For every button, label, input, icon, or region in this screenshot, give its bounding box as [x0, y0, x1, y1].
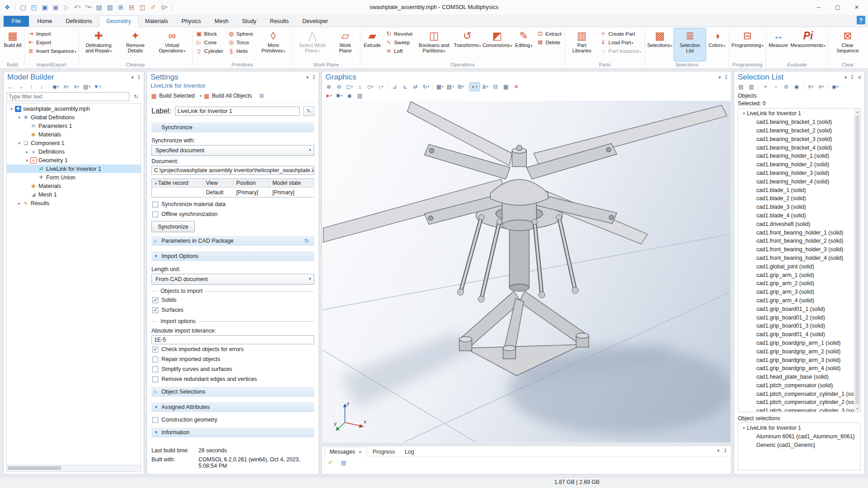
save-as-icon[interactable]: ▣ [51, 2, 61, 12]
pin-icon[interactable]: ↧ [723, 448, 727, 454]
remove-redundant-checkbox[interactable]: Remove redundant edges and vertices [152, 376, 313, 382]
selection-list-button[interactable]: ≣Selection List [674, 28, 705, 61]
editing-button[interactable]: ✎Editing▾ [513, 28, 534, 61]
list-item[interactable]: cad1.bearing_holder_1 (solid) [738, 152, 860, 160]
comsol-logo[interactable]: ❖ [2, 2, 12, 12]
expander-icon[interactable]: ▾ [741, 426, 747, 430]
list-item[interactable]: cad1.grip_board01_2 (solid) [738, 313, 860, 322]
more-primitives-button[interactable]: ◊More Primitives▾ [256, 28, 291, 61]
pencil-icon[interactable]: ✐ [326, 459, 335, 467]
refresh-parameters-icon[interactable]: ↻ [302, 237, 311, 245]
torus-button[interactable]: ◎Torus [226, 38, 255, 46]
3d-viewport[interactable]: z x y [322, 101, 731, 442]
list-item[interactable]: cad1.front_bearing_holder_1 (solid) [738, 228, 860, 237]
check-errors-checkbox[interactable]: ✓Check imported objects for errors [152, 346, 313, 352]
list-item[interactable]: cad1.driveshaft (solid) [738, 220, 860, 228]
list-item[interactable]: cad1.head_plate_base (solid) [738, 373, 860, 381]
length-unit-select[interactable]: From CAD document [151, 274, 314, 285]
list-item[interactable]: cad1.grip_boardgrip_arm_2 (solid) [738, 347, 860, 356]
redo-icon[interactable]: ↷▾ [83, 2, 93, 12]
add-icon[interactable]: + [760, 83, 770, 91]
booleans-and-partitions-button[interactable]: ◫Booleans and Partitions▾ [415, 28, 453, 61]
list-item[interactable]: cad1.blade_4 (solid) [738, 211, 860, 220]
collapse-icon[interactable]: ▼ [154, 405, 161, 409]
copy-icon[interactable]: ▤ [94, 2, 104, 12]
export-button[interactable]: ⇤Export [26, 38, 78, 46]
construction-geometry-checkbox[interactable]: Construction geometry [152, 417, 313, 423]
section-information[interactable]: ▼ Information [151, 427, 314, 437]
insert-sequence-button[interactable]: ≣Insert Sequence▾ [26, 47, 78, 55]
conversions-button[interactable]: ◩Conversions▾ [482, 28, 512, 61]
zoom-extents-icon[interactable]: ⌂ [355, 83, 365, 91]
select-mode-icon[interactable]: ➤▾ [324, 92, 334, 100]
tab-home[interactable]: Home [30, 16, 59, 27]
expander-icon[interactable]: ▾ [741, 111, 747, 116]
list-item[interactable]: cad1.bearing_holder_4 (solid) [738, 177, 860, 186]
tab-definitions[interactable]: Definitions [59, 16, 99, 27]
collapse-icon[interactable]: ▷ [154, 239, 161, 243]
measure-button[interactable]: ↔Measure [768, 28, 789, 61]
clean-icon[interactable]: ✐ [148, 2, 158, 12]
build-all-button[interactable]: ▦Build All [2, 28, 23, 61]
tab-developer[interactable]: Developer [296, 16, 335, 27]
tab-physics[interactable]: Physics [175, 16, 208, 27]
show-icon[interactable]: ◉▾ [51, 83, 61, 91]
dropdown-arrow-icon[interactable]: ▾ [717, 448, 720, 454]
delete-icon[interactable]: ⊟ [127, 2, 137, 12]
block-button[interactable]: ▣Block [194, 30, 225, 38]
image-snapshot-icon[interactable]: ▦▾ [435, 83, 445, 91]
expander-icon[interactable]: ▾ [16, 141, 22, 145]
list-item[interactable]: cad1.bearing_bracket_1 (solid) [738, 118, 860, 127]
duplicate-icon[interactable]: ⊞ [116, 2, 126, 12]
part-libraries-button[interactable]: ▥Part Libraries [566, 28, 597, 61]
extract-button[interactable]: ⊡Extract [535, 30, 563, 38]
list-item[interactable]: Generic {cad1_Generic} [738, 441, 860, 450]
part-instance-button[interactable]: ⇘Part Instance▾ [598, 47, 643, 55]
go-to-default-view-icon[interactable]: ◇▾ [365, 83, 375, 91]
rotate-view-icon[interactable]: ↻▾ [421, 83, 431, 91]
selection-root-item[interactable]: ▾LiveLink for Inventor 1 [738, 109, 860, 118]
minimize-icon[interactable]: ─ [809, 1, 828, 14]
list-item[interactable]: cad1.front_bearing_holder_4 (solid) [738, 254, 860, 263]
tree-item-definitions[interactable]: ▸≡Definitions [7, 147, 141, 156]
flip-view-icon[interactable]: ⇄ [410, 83, 420, 91]
tree-item-global-definitions[interactable]: ▾⊕Global Definitions [7, 113, 141, 122]
label-field[interactable]: LiveLink for Inventor 1 [175, 107, 300, 116]
copy-icon[interactable]: ▤ [736, 83, 746, 91]
section-import-options[interactable]: ▼ Import Options [151, 251, 314, 261]
selections-button[interactable]: ▩Selections▾ [646, 28, 674, 61]
list-item[interactable]: cad1.bearing_holder_2 (solid) [738, 160, 860, 169]
expander-icon[interactable]: ▾ [9, 107, 14, 111]
pin-icon[interactable]: ↧ [137, 75, 141, 80]
rename-icon[interactable]: ✎ [303, 106, 314, 116]
select-work-plane-button[interactable]: ⋀Select Work Plane▾ [294, 28, 331, 61]
list-item[interactable]: cad1.grip_boardgrip_arm_4 (solid) [738, 364, 860, 373]
sweep-button[interactable]: ∿Sweep [383, 38, 415, 46]
tree-item-geometry-1[interactable]: ▾AGeometry 1 [7, 156, 141, 164]
colors-button[interactable]: ◑Colors▾ [707, 28, 727, 61]
close-icon[interactable]: ✕ [858, 75, 862, 80]
scene-light-icon[interactable]: ◐▾ [470, 83, 480, 91]
pin-icon[interactable]: ↧ [850, 75, 854, 80]
list-item[interactable]: cad1.grip_board01_1 (solid) [738, 305, 860, 313]
tab-geometry[interactable]: Geometry [99, 15, 138, 27]
solids-checkbox[interactable]: ✓Solids [152, 297, 313, 303]
sync-material-checkbox[interactable]: Synchronize material data [152, 201, 313, 207]
update-cad-icon[interactable]: ⊞ [257, 92, 267, 100]
zoom-in-icon[interactable]: ⊕ [324, 83, 334, 91]
dropdown-arrow-icon[interactable]: ▾ [718, 75, 721, 80]
split-window-icon[interactable]: ⊟ [491, 83, 500, 91]
sort-ascending-icon[interactable]: ≡▾ [806, 83, 816, 91]
filter-input[interactable] [6, 92, 129, 101]
tree-item-results[interactable]: ▸∿Results [7, 199, 141, 207]
list-item[interactable]: cad1.front_bearing_holder_2 (solid) [738, 237, 860, 245]
list-item[interactable]: cad1.front_bearing_holder_3 (solid) [738, 245, 860, 254]
list-item[interactable]: cad1.bearing_bracket_3 (solid) [738, 135, 860, 143]
list-item[interactable]: cad1.grip_board01_4 (solid) [738, 330, 860, 339]
plot-settings-icon[interactable]: ▧▾ [445, 83, 455, 91]
camera-icon[interactable]: ◙ [344, 92, 354, 100]
tree-item-form-union[interactable]: ❖Form Union [7, 173, 141, 182]
list-item[interactable]: cad1.grip_arm_4 (solid) [738, 296, 860, 305]
sphere-button[interactable]: ◍Sphere [226, 30, 255, 38]
revolve-button[interactable]: ↻Revolve [383, 30, 415, 38]
